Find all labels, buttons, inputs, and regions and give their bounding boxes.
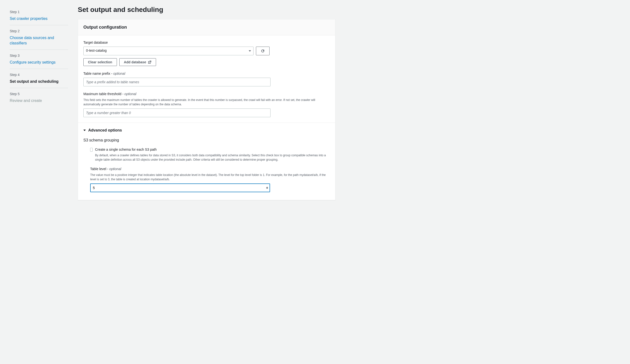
step-number: Step 3 xyxy=(10,53,68,58)
max-threshold-input[interactable] xyxy=(83,108,270,117)
wizard-step-1[interactable]: Step 1 Set crawler properties xyxy=(10,6,68,25)
table-prefix-input[interactable] xyxy=(83,78,270,86)
refresh-icon xyxy=(261,49,265,53)
single-schema-checkbox-group: Create a single schema for each S3 path … xyxy=(83,147,330,162)
single-schema-checkbox[interactable] xyxy=(90,148,92,152)
wizard-step-4: Step 4 Set output and scheduling xyxy=(10,69,68,88)
table-level-input[interactable] xyxy=(90,183,270,192)
step-title[interactable]: Configure security settings xyxy=(10,60,68,65)
step-number: Step 5 xyxy=(10,92,68,97)
target-database-label: Target database xyxy=(83,40,330,45)
max-threshold-group: Maximum table threshold - optional This … xyxy=(83,92,330,117)
output-config-panel: Output configuration Target database 0-t… xyxy=(78,19,336,200)
table-prefix-label: Table name prefix - optional xyxy=(83,71,330,76)
step-title[interactable]: Choose data sources and classifiers xyxy=(10,35,68,46)
table-level-group: Table level - optional The value must be… xyxy=(83,167,330,192)
refresh-button[interactable] xyxy=(256,47,270,55)
panel-heading: Output configuration xyxy=(83,24,330,30)
max-threshold-description: This field sets the maximum number of ta… xyxy=(83,98,330,107)
panel-header: Output configuration xyxy=(78,19,335,35)
advanced-options-title: Advanced options xyxy=(88,128,122,133)
step-number: Step 4 xyxy=(10,73,68,77)
divider xyxy=(78,123,335,123)
wizard-sidebar: Step 1 Set crawler properties Step 2 Cho… xyxy=(0,0,78,364)
main-content: Set output and scheduling Output configu… xyxy=(78,0,345,364)
add-database-label: Add database xyxy=(124,60,146,64)
target-database-group: Target database 0-test-catalog xyxy=(83,40,330,66)
clear-selection-button[interactable]: Clear selection xyxy=(83,58,117,66)
s3-grouping-title: S3 schema grouping xyxy=(83,138,330,143)
step-title[interactable]: Set crawler properties xyxy=(10,16,68,21)
wizard-step-2[interactable]: Step 2 Choose data sources and classifie… xyxy=(10,25,68,50)
panel-body: Target database 0-test-catalog xyxy=(78,35,335,200)
table-level-label: Table level - optional xyxy=(90,167,330,172)
page-title: Set output and scheduling xyxy=(78,5,336,14)
single-schema-label: Create a single schema for each S3 path xyxy=(95,147,330,152)
target-database-select-wrapper: 0-test-catalog xyxy=(83,47,254,55)
caret-down-icon xyxy=(83,130,86,131)
step-title: Review and create xyxy=(10,98,68,103)
wizard-step-3[interactable]: Step 3 Configure security settings xyxy=(10,50,68,69)
step-number: Step 2 xyxy=(10,29,68,34)
step-title: Set output and scheduling xyxy=(10,79,68,84)
advanced-options-toggle[interactable]: Advanced options xyxy=(83,128,330,133)
step-number: Step 1 xyxy=(10,10,68,14)
add-database-button[interactable]: Add database xyxy=(119,58,156,66)
wizard-step-5: Step 5 Review and create xyxy=(10,88,68,107)
single-schema-description: By default, when a crawler defines table… xyxy=(95,153,330,162)
table-prefix-group: Table name prefix - optional xyxy=(83,71,330,86)
table-level-description: The value must be a positive integer tha… xyxy=(90,173,330,182)
external-link-icon xyxy=(148,60,152,64)
target-database-select[interactable]: 0-test-catalog xyxy=(83,47,254,55)
max-threshold-label: Maximum table threshold - optional xyxy=(83,92,330,97)
